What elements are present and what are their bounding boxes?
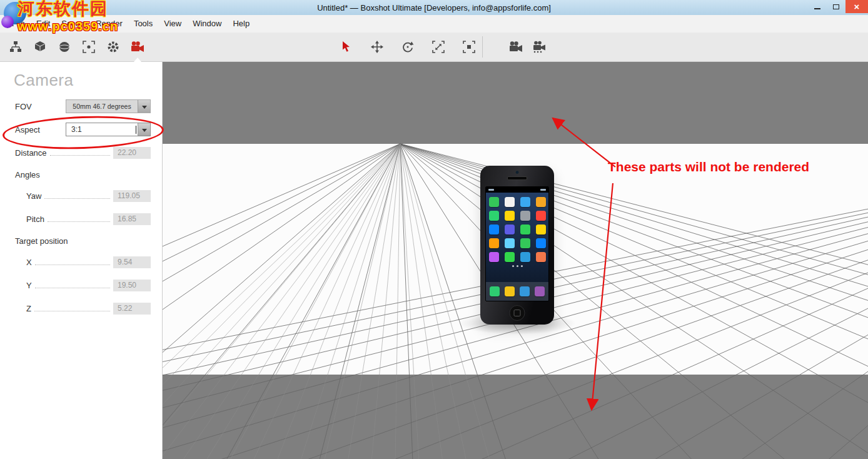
toolbar xyxy=(0,33,868,62)
maximize-icon xyxy=(833,4,839,9)
window-title: Untitled* — Boxshot Ultimate [Developers… xyxy=(317,3,551,13)
toolbar-center-group xyxy=(340,33,476,61)
titlebar: Untitled* — Boxshot Ultimate [Developers… xyxy=(0,0,868,15)
viewport-3d[interactable]: These parts will not be rendered xyxy=(163,62,868,459)
phone-dock xyxy=(486,282,548,301)
toolbar-left-group xyxy=(9,33,144,61)
aspect-label: Aspect xyxy=(15,125,40,134)
distance-row: Distance 22.20 xyxy=(15,146,151,159)
target-x-row: X 9.54 xyxy=(26,255,151,269)
minimize-icon xyxy=(814,8,820,9)
dotted-leader xyxy=(35,257,110,265)
aspect-input[interactable]: 3:1 xyxy=(66,123,151,136)
menubar: File Edit Scene Render Tools View Window… xyxy=(0,15,868,33)
menu-edit[interactable]: Edit xyxy=(31,15,56,33)
menu-file[interactable]: File xyxy=(6,15,31,33)
yaw-row: Yaw 119.05 xyxy=(26,189,151,203)
camera-panel: Camera FOV 50mm 46.7 degrees Aspect 3:1 … xyxy=(0,62,163,459)
render-icon[interactable] xyxy=(509,40,523,54)
y-label: Y xyxy=(26,281,32,290)
dotted-leader xyxy=(44,191,110,199)
target-y-row: Y 19.50 xyxy=(26,278,151,292)
x-label: X xyxy=(26,258,32,267)
menu-window[interactable]: Window xyxy=(187,15,227,33)
distance-field[interactable]: 22.20 xyxy=(113,147,151,159)
maximize-button[interactable] xyxy=(827,0,845,13)
yaw-field[interactable]: 119.05 xyxy=(113,190,151,202)
fov-value: 50mm 46.7 degrees xyxy=(66,100,138,113)
minimize-button[interactable] xyxy=(808,0,827,13)
target-position-section-label: Target position xyxy=(15,236,162,246)
aspect-row: Aspect 3:1 xyxy=(15,123,151,136)
angles-section-label: Angles xyxy=(15,170,162,179)
z-label: Z xyxy=(26,304,31,313)
home-button-icon xyxy=(510,305,525,321)
phone-page-dots xyxy=(486,265,548,267)
menu-help[interactable]: Help xyxy=(227,15,255,33)
aspect-dropdown-arrow-icon[interactable] xyxy=(138,123,150,136)
dotted-leader xyxy=(50,148,110,156)
main-area: Camera FOV 50mm 46.7 degrees Aspect 3:1 … xyxy=(0,62,868,459)
dotted-leader xyxy=(35,280,110,288)
menu-tools[interactable]: Tools xyxy=(128,15,158,33)
phone-screen xyxy=(485,186,549,301)
panel-title: Camera xyxy=(14,71,162,90)
snap-target-icon[interactable] xyxy=(82,40,96,54)
x-field[interactable]: 9.54 xyxy=(113,256,151,268)
fov-row: FOV 50mm 46.7 degrees xyxy=(15,99,151,113)
shapes-cube-icon[interactable] xyxy=(33,40,47,54)
render-animation-icon[interactable] xyxy=(533,40,547,54)
pitch-label: Pitch xyxy=(26,214,44,224)
z-field[interactable]: 5.22 xyxy=(113,303,151,315)
fov-select[interactable]: 50mm 46.7 degrees xyxy=(66,99,151,113)
y-field[interactable]: 19.50 xyxy=(113,280,151,291)
scale-tool-icon[interactable] xyxy=(431,40,445,54)
iphone-model[interactable] xyxy=(480,166,554,325)
annotation-text: These parts will not be rendered xyxy=(608,159,809,174)
menu-scene[interactable]: Scene xyxy=(56,15,90,33)
fov-label: FOV xyxy=(15,102,32,111)
toolbar-right-group xyxy=(509,33,547,61)
yaw-label: Yaw xyxy=(26,191,41,201)
pitch-field[interactable]: 16.85 xyxy=(113,213,151,225)
target-z-row: Z 5.22 xyxy=(26,301,151,315)
menu-view[interactable]: View xyxy=(158,15,187,33)
dotted-leader xyxy=(34,303,110,311)
dotted-leader xyxy=(48,214,110,222)
fit-view-icon[interactable] xyxy=(462,40,476,54)
earpiece-icon xyxy=(507,176,527,180)
text-cursor xyxy=(136,126,136,134)
rotate-tool-icon[interactable] xyxy=(401,40,415,54)
toolbar-separator xyxy=(482,36,483,58)
select-tool-icon[interactable] xyxy=(340,40,353,54)
distance-label: Distance xyxy=(15,148,47,158)
close-button[interactable]: × xyxy=(845,0,868,13)
boxshot-window: Untitled* — Boxshot Ultimate [Developers… xyxy=(0,0,868,459)
settings-gear-icon[interactable] xyxy=(106,40,120,54)
window-controls: × xyxy=(808,0,868,13)
pitch-row: Pitch 16.85 xyxy=(26,212,151,226)
front-camera-icon xyxy=(515,170,520,174)
camera-tool-icon[interactable] xyxy=(131,40,144,54)
move-tool-icon[interactable] xyxy=(370,40,384,54)
phone-app-grid xyxy=(486,193,548,262)
menu-render[interactable]: Render xyxy=(90,15,128,33)
materials-sphere-icon[interactable] xyxy=(58,40,71,54)
scene-tree-icon[interactable] xyxy=(9,40,23,54)
fov-dropdown-arrow-icon[interactable] xyxy=(138,100,150,113)
phone-statusbar xyxy=(486,187,548,193)
aspect-value: 3:1 xyxy=(66,123,135,136)
